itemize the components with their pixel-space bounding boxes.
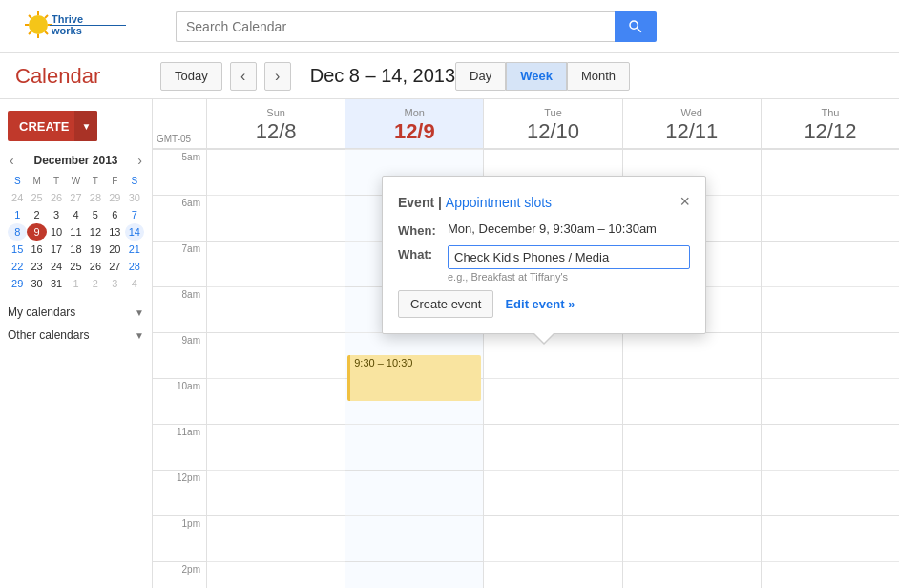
hour-block[interactable] xyxy=(623,424,761,470)
today-button[interactable]: Today xyxy=(160,62,222,91)
mini-cal-day[interactable]: 3 xyxy=(47,206,66,223)
day-header-tue[interactable]: Tue 12/10 xyxy=(483,99,621,148)
mini-cal-day[interactable]: 15 xyxy=(8,241,27,258)
popup-close-button[interactable]: × xyxy=(679,192,690,212)
mini-cal-day[interactable]: 17 xyxy=(47,241,66,258)
hour-block[interactable] xyxy=(484,378,621,424)
create-arrow[interactable]: ▼ xyxy=(74,111,97,141)
hour-block[interactable] xyxy=(207,378,345,424)
mini-cal-day[interactable]: 26 xyxy=(86,258,105,275)
appointment-slots-link[interactable]: Appointment slots xyxy=(446,195,552,210)
mini-cal-day[interactable]: 28 xyxy=(125,258,144,275)
hour-block[interactable] xyxy=(207,515,345,561)
hour-block[interactable] xyxy=(762,149,899,195)
hour-block[interactable] xyxy=(762,424,899,470)
hour-block[interactable] xyxy=(623,561,761,588)
hour-block[interactable] xyxy=(207,561,345,588)
day-header-thu[interactable]: Thu 12/12 xyxy=(761,99,899,148)
mini-cal-day[interactable]: 18 xyxy=(66,241,85,258)
other-calendars-title[interactable]: Other calendars ▼ xyxy=(8,326,144,344)
mini-cal-day[interactable]: 4 xyxy=(125,275,144,292)
hour-block[interactable] xyxy=(345,515,483,561)
hour-block[interactable] xyxy=(762,561,899,588)
mini-cal-day[interactable]: 22 xyxy=(8,258,27,275)
hour-block[interactable] xyxy=(207,332,345,378)
hour-block[interactable] xyxy=(484,470,621,515)
mini-cal-day[interactable]: 20 xyxy=(105,241,124,258)
hour-block[interactable] xyxy=(623,332,761,378)
mini-cal-day[interactable]: 21 xyxy=(125,241,144,258)
mini-cal-day[interactable]: 16 xyxy=(27,241,46,258)
mini-cal-day[interactable]: 25 xyxy=(66,258,85,275)
hour-block[interactable] xyxy=(762,195,899,241)
hour-block[interactable] xyxy=(623,378,761,424)
mini-cal-day[interactable]: 19 xyxy=(86,241,105,258)
hour-block[interactable] xyxy=(345,470,483,515)
hour-block[interactable] xyxy=(623,515,761,561)
mini-cal-day[interactable]: 31 xyxy=(47,275,66,292)
hour-block[interactable] xyxy=(207,470,345,515)
mini-cal-day[interactable]: 3 xyxy=(105,275,124,292)
search-input[interactable] xyxy=(176,11,615,42)
mini-cal-day[interactable]: 12 xyxy=(86,223,105,241)
hour-block[interactable] xyxy=(762,515,899,561)
day-view-button[interactable]: Day xyxy=(455,62,506,91)
hour-block[interactable] xyxy=(207,195,345,241)
mini-cal-day[interactable]: 24 xyxy=(8,189,27,206)
mini-cal-day[interactable]: 9 xyxy=(27,223,46,241)
mini-cal-day[interactable]: 8 xyxy=(8,223,27,241)
mini-cal-day[interactable]: 27 xyxy=(105,258,124,275)
mini-cal-day[interactable]: 2 xyxy=(27,206,46,223)
mini-cal-day[interactable]: 27 xyxy=(66,189,85,206)
hour-block[interactable] xyxy=(207,424,345,470)
mini-cal-day[interactable]: 26 xyxy=(47,189,66,206)
mini-cal-day[interactable]: 1 xyxy=(66,275,85,292)
hour-block[interactable] xyxy=(762,470,899,515)
mini-next-button[interactable]: › xyxy=(136,153,144,168)
mini-cal-day[interactable]: 30 xyxy=(125,189,144,206)
mini-cal-day[interactable]: 2 xyxy=(86,275,105,292)
event-block[interactable]: 9:30 – 10:30 xyxy=(347,355,481,401)
my-calendars-title[interactable]: My calendars ▼ xyxy=(8,304,144,321)
hour-block[interactable] xyxy=(484,561,621,588)
search-button[interactable] xyxy=(615,11,657,42)
create-button[interactable]: CREATE ▼ xyxy=(8,111,97,141)
day-header-mon[interactable]: Mon 12/9 xyxy=(345,99,483,148)
day-header-wed[interactable]: Wed 12/11 xyxy=(622,99,761,148)
mini-cal-day[interactable]: 25 xyxy=(27,189,46,206)
mini-prev-button[interactable]: ‹ xyxy=(8,153,16,168)
hour-block[interactable] xyxy=(762,286,899,332)
day-header-sun[interactable]: Sun 12/8 xyxy=(206,99,345,148)
week-view-button[interactable]: Week xyxy=(506,62,567,91)
mini-cal-day[interactable]: 5 xyxy=(86,206,105,223)
hour-block[interactable] xyxy=(345,424,483,470)
hour-block[interactable] xyxy=(345,561,483,588)
hour-block[interactable] xyxy=(484,515,621,561)
mini-cal-day[interactable]: 1 xyxy=(8,206,27,223)
month-view-button[interactable]: Month xyxy=(567,62,630,91)
mini-cal-day[interactable]: 7 xyxy=(125,206,144,223)
mini-cal-day[interactable]: 13 xyxy=(105,223,124,241)
mini-cal-day[interactable]: 23 xyxy=(27,258,46,275)
mini-cal-day[interactable]: 28 xyxy=(86,189,105,206)
hour-block[interactable] xyxy=(207,149,345,195)
mini-cal-day[interactable]: 29 xyxy=(8,275,27,292)
mini-cal-day[interactable]: 4 xyxy=(66,206,85,223)
mini-cal-day[interactable]: 14 xyxy=(125,223,144,241)
prev-button[interactable]: ‹ xyxy=(230,62,257,91)
hour-block[interactable] xyxy=(623,470,761,515)
hour-block[interactable] xyxy=(484,424,621,470)
next-button[interactable]: › xyxy=(264,62,291,91)
hour-block[interactable] xyxy=(762,241,899,286)
edit-event-link[interactable]: Edit event » xyxy=(505,297,575,311)
mini-cal-day[interactable]: 24 xyxy=(47,258,66,275)
hour-block[interactable] xyxy=(762,378,899,424)
mini-cal-day[interactable]: 10 xyxy=(47,223,66,241)
hour-block[interactable] xyxy=(762,332,899,378)
mini-cal-day[interactable]: 29 xyxy=(105,189,124,206)
popup-what-input[interactable] xyxy=(448,245,690,269)
mini-cal-day[interactable]: 6 xyxy=(105,206,124,223)
hour-block[interactable] xyxy=(207,241,345,286)
mini-cal-day[interactable]: 30 xyxy=(27,275,46,292)
mini-cal-day[interactable]: 11 xyxy=(66,223,85,241)
